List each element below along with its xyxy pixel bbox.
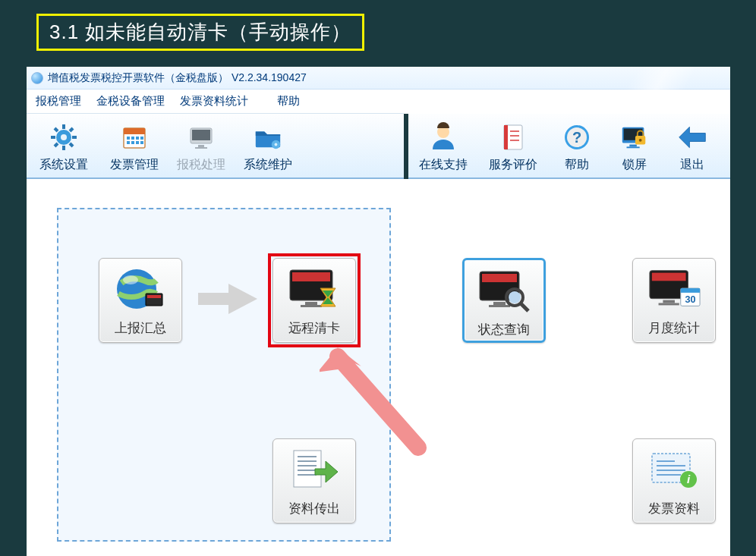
toolbar-left: 系统设置 发票管理 报税处理 系统维护 (27, 114, 404, 179)
svg-point-40 (638, 139, 641, 142)
gear-icon (49, 122, 79, 152)
lock-screen-icon (619, 122, 650, 152)
svg-rect-17 (131, 141, 134, 144)
folder-gear-icon (253, 122, 283, 152)
invoice-info-icon: i (647, 447, 701, 492)
menu-help[interactable]: 帮助 (277, 94, 300, 108)
monitor-hourglass-icon (287, 266, 342, 312)
svg-rect-18 (136, 141, 139, 144)
svg-point-60 (509, 291, 521, 303)
tool-label: 发票管理 (110, 157, 159, 173)
tool-exit[interactable]: 退出 (663, 114, 721, 177)
calendar-badge: 30 (685, 294, 695, 305)
help-icon: ? (562, 122, 592, 152)
svg-rect-44 (147, 295, 161, 298)
svg-rect-12 (127, 137, 130, 140)
tool-label: 帮助 (565, 157, 589, 173)
svg-rect-13 (131, 137, 134, 140)
tool-invoice-mgmt[interactable]: 发票管理 (101, 114, 168, 177)
svg-line-7 (70, 128, 73, 131)
svg-rect-37 (629, 145, 637, 147)
monitor-icon (186, 122, 216, 152)
svg-rect-15 (140, 137, 143, 140)
tile-monthly-stats[interactable]: 30 月度统计 (632, 258, 716, 343)
menu-goldtax-dev[interactable]: 金税设备管理 (96, 94, 165, 108)
svg-text:?: ? (572, 129, 581, 146)
svg-rect-23 (195, 147, 207, 149)
svg-rect-48 (301, 305, 322, 307)
tool-label: 退出 (680, 157, 704, 173)
back-arrow-icon (677, 122, 707, 152)
doc-export-icon (287, 447, 342, 492)
tool-service-review[interactable]: 服务评价 (478, 114, 548, 177)
svg-rect-64 (663, 300, 675, 303)
tile-label: 上报汇总 (115, 319, 166, 337)
tile-invoice-data[interactable]: i 发票资料 (632, 438, 716, 523)
tool-help[interactable]: ? 帮助 (548, 114, 606, 177)
tool-label: 服务评价 (489, 157, 537, 173)
svg-rect-22 (198, 145, 204, 147)
tile-remote-clear[interactable]: 远程清卡 (272, 258, 356, 343)
svg-rect-38 (626, 146, 639, 148)
monitor-search-icon (477, 268, 531, 313)
svg-line-6 (70, 143, 73, 146)
svg-rect-47 (305, 302, 317, 305)
menu-bar: 报税管理 金税设备管理 发票资料统计 帮助 (27, 90, 404, 114)
menu-tax-report[interactable]: 报税管理 (36, 94, 81, 108)
tool-online-support[interactable]: 在线支持 (408, 114, 478, 177)
title-glare (594, 67, 730, 90)
svg-rect-14 (136, 137, 139, 140)
svg-rect-11 (124, 128, 145, 134)
tile-label: 远程清卡 (288, 319, 340, 337)
tool-label: 锁屏 (622, 157, 647, 173)
tile-label: 月度统计 (648, 319, 700, 337)
menu-invoice-stats[interactable]: 发票资料统计 (180, 94, 248, 108)
svg-line-8 (55, 143, 58, 146)
arrow-right-gray-icon (195, 279, 260, 319)
tile-status-query[interactable]: 状态查询 (462, 258, 546, 343)
svg-point-9 (61, 134, 67, 140)
svg-rect-19 (140, 141, 143, 144)
svg-point-25 (274, 143, 277, 146)
svg-point-42 (123, 275, 138, 284)
svg-rect-16 (127, 141, 130, 144)
svg-rect-65 (659, 303, 679, 305)
notebook-icon (498, 122, 528, 152)
tool-label: 系统维护 (244, 157, 292, 173)
svg-rect-21 (192, 130, 210, 140)
globe-icon (113, 266, 168, 312)
tool-lock-screen[interactable]: 锁屏 (606, 114, 663, 177)
svg-rect-67 (681, 288, 700, 293)
app-window: 增值税发票税控开票软件（金税盘版） V2.2.34.190427 报税管理 金税… (27, 67, 730, 556)
slide-title-box: 3.1 如未能自动清卡（手动操作） (36, 14, 364, 51)
svg-rect-58 (489, 305, 510, 307)
tool-system-settings[interactable]: 系统设置 (27, 114, 101, 177)
tool-label: 系统设置 (39, 157, 88, 173)
person-icon (428, 122, 458, 152)
tool-system-maint[interactable]: 系统维护 (235, 114, 301, 177)
svg-line-61 (521, 303, 528, 311)
svg-rect-56 (482, 274, 517, 282)
slide-title: 3.1 如未能自动清卡（手动操作） (49, 20, 351, 43)
monitor-calendar-icon: 30 (647, 266, 701, 312)
workspace: 上报汇总 远程清卡 资料传出 状态查询 (27, 179, 730, 556)
calendar-icon (119, 122, 150, 152)
svg-line-5 (55, 128, 58, 131)
svg-rect-63 (652, 273, 686, 281)
svg-rect-28 (504, 125, 508, 149)
tile-label: 状态查询 (478, 321, 530, 338)
tile-label: 发票资料 (648, 500, 700, 517)
toolbar-right: 在线支持 服务评价 ? 帮助 锁屏 (408, 114, 730, 179)
tool-tax-process[interactable]: 报税处理 (168, 114, 235, 177)
app-icon (31, 72, 43, 84)
tile-report-summary[interactable]: 上报汇总 (99, 258, 182, 343)
svg-rect-46 (292, 272, 330, 281)
tool-label: 报税处理 (177, 157, 225, 173)
svg-rect-57 (493, 302, 506, 305)
title-bar: 增值税发票税控开票软件（金税盘版） V2.2.34.190427 (27, 67, 730, 90)
window-title: 增值税发票税控开票软件（金税盘版） V2.2.34.190427 (48, 71, 307, 85)
tile-data-export[interactable]: 资料传出 (272, 438, 356, 523)
toolbar-container: 系统设置 发票管理 报税处理 系统维护 (27, 114, 730, 179)
tile-label: 资料传出 (288, 500, 340, 517)
tool-label: 在线支持 (419, 157, 468, 173)
